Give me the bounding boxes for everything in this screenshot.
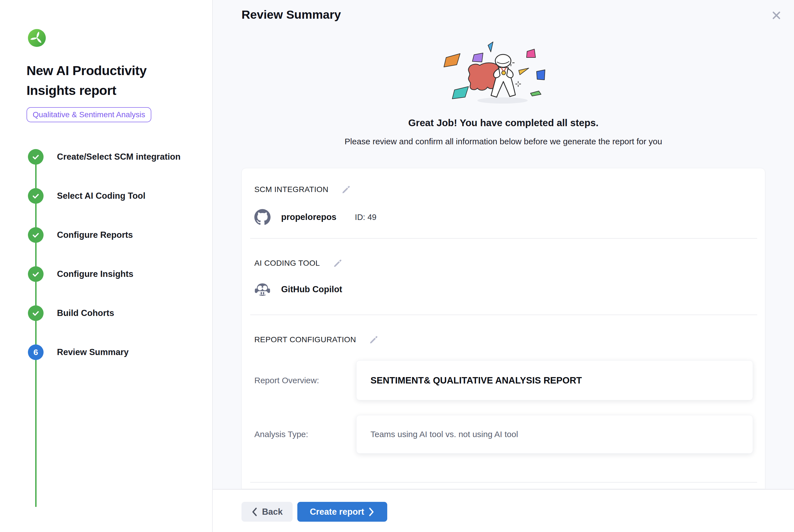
ai-tool-section-header: AI CODING TOOL — [254, 258, 343, 269]
create-report-label: Create report — [310, 507, 364, 517]
scm-integration-id: ID: 49 — [355, 213, 376, 222]
report-overview-value: SENTIMENT& QUALITATIVE ANALYSIS REPORT — [371, 375, 582, 386]
back-button-label: Back — [262, 507, 283, 517]
scm-integration-row: propelorepos ID: 49 — [254, 209, 376, 225]
github-copilot-icon — [254, 282, 270, 297]
wizard-footer: Back Create report — [213, 489, 794, 532]
section-divider — [250, 315, 757, 315]
propeller-logo-icon — [28, 29, 46, 47]
step-label: Create/Select SCM integration — [57, 152, 181, 162]
ai-tool-name: GitHub Copilot — [281, 284, 342, 294]
close-icon[interactable] — [770, 8, 783, 22]
celebration-illustration — [438, 40, 569, 109]
step-connector-line — [35, 157, 37, 507]
report-config-section-label: REPORT CONFIGURATION — [254, 335, 356, 344]
analysis-type-value-box: Teams using AI tool vs. not using AI too… — [356, 415, 753, 454]
report-type-badge: Qualitative & Sentiment Analysis — [26, 107, 151, 122]
create-report-button[interactable]: Create report — [297, 502, 387, 522]
step-number-badge: 6 — [28, 344, 43, 360]
analysis-type-row: Analysis Type: Teams using AI tool vs. n… — [254, 415, 753, 454]
chevron-left-icon — [251, 508, 258, 516]
back-button[interactable]: Back — [242, 502, 292, 522]
check-icon — [28, 188, 43, 204]
step-label: Review Summary — [57, 347, 129, 357]
summary-card: SCM INTEGRATION propelorepos ID: 49 AI C… — [242, 168, 765, 489]
ai-tool-row: GitHub Copilot — [254, 282, 342, 297]
github-icon — [254, 209, 270, 225]
page-title: Review Summary — [242, 8, 341, 21]
section-divider — [250, 482, 757, 482]
scm-section-header: SCM INTEGRATION — [254, 184, 352, 195]
step-create-select-scm[interactable]: Create/Select SCM integration — [28, 149, 181, 165]
ai-tool-section-label: AI CODING TOOL — [254, 259, 320, 268]
report-config-section-header: REPORT CONFIGURATION — [254, 334, 379, 345]
report-overview-row: Report Overview: SENTIMENT& QUALITATIVE … — [254, 360, 753, 400]
scm-integration-name: propelorepos — [281, 212, 336, 222]
report-overview-value-box: SENTIMENT& QUALITATIVE ANALYSIS REPORT — [356, 360, 753, 400]
section-divider — [250, 238, 757, 239]
step-label: Configure Reports — [57, 230, 133, 240]
step-label: Select AI Coding Tool — [57, 191, 146, 201]
wizard-title: New AI Productivity Insights report — [26, 61, 183, 100]
edit-scm-icon[interactable] — [341, 184, 352, 195]
step-label: Build Cohorts — [57, 308, 114, 318]
wizard-sidebar: New AI Productivity Insights report Qual… — [0, 0, 213, 532]
step-label: Configure Insights — [57, 269, 133, 279]
step-select-ai-tool[interactable]: Select AI Coding Tool — [28, 188, 146, 204]
edit-report-config-icon[interactable] — [368, 334, 379, 345]
check-icon — [28, 149, 43, 165]
edit-ai-tool-icon[interactable] — [332, 258, 343, 269]
step-review-summary[interactable]: 6 Review Summary — [28, 344, 129, 360]
step-build-cohorts[interactable]: Build Cohorts — [28, 305, 114, 321]
step-configure-insights[interactable]: Configure Insights — [28, 266, 133, 282]
report-overview-label: Report Overview: — [254, 376, 356, 385]
step-configure-reports[interactable]: Configure Reports — [28, 227, 133, 243]
congrats-heading: Great Job! You have completed all steps. — [213, 117, 794, 128]
chevron-right-icon — [368, 508, 375, 516]
scm-section-label: SCM INTEGRATION — [254, 185, 328, 194]
congrats-subheading: Please review and confirm all informatio… — [213, 137, 794, 146]
analysis-type-value: Teams using AI tool vs. not using AI too… — [371, 430, 518, 439]
review-summary-panel: Review Summary — [213, 0, 794, 532]
analysis-type-label: Analysis Type: — [254, 430, 356, 439]
check-icon — [28, 266, 43, 282]
check-icon — [28, 305, 43, 321]
check-icon — [28, 227, 43, 243]
